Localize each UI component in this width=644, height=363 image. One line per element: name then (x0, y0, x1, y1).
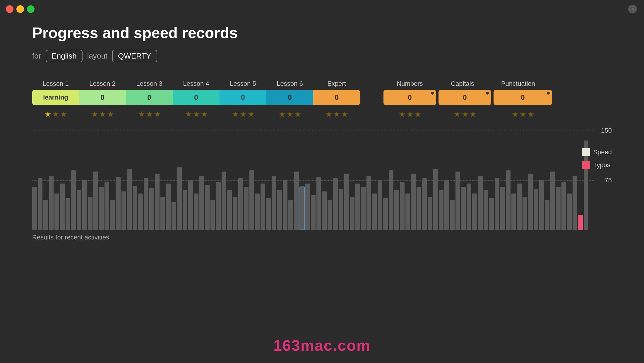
chart-bar-70[interactable] (422, 178, 427, 230)
chart-bar-2[interactable] (43, 200, 48, 230)
chart-bar-93[interactable] (550, 172, 555, 230)
layout-badge[interactable]: QWERTY (112, 50, 157, 62)
capitals-bar[interactable]: 0 (439, 90, 491, 105)
close-traffic-light[interactable] (6, 5, 13, 13)
chart-bar-78[interactable] (467, 184, 471, 230)
chart-bar-0[interactable] (32, 187, 37, 230)
chart-bar-10[interactable] (88, 197, 93, 230)
chart-bar-17[interactable] (127, 169, 132, 230)
chart-bar-81[interactable] (484, 190, 488, 230)
chart-bar-32[interactable] (210, 200, 215, 230)
chart-bar-43[interactable] (272, 176, 276, 230)
expert-bar[interactable]: 0 (313, 90, 360, 105)
chart-bar-63[interactable] (383, 198, 388, 230)
fullscreen-traffic-light[interactable] (27, 5, 35, 13)
chart-bar-64[interactable] (389, 170, 393, 230)
chart-bar-31[interactable] (205, 185, 210, 230)
chart-bar-60[interactable] (366, 176, 371, 230)
chart-bar-96[interactable] (567, 194, 572, 230)
chart-bar-9[interactable] (82, 180, 87, 230)
numbers-bar[interactable]: 0 (383, 90, 436, 105)
chart-bar-75[interactable] (450, 200, 455, 230)
lesson4-bar[interactable]: 0 (173, 90, 220, 105)
chart-bar-28[interactable] (188, 180, 193, 230)
chart-bar-7[interactable] (71, 170, 76, 230)
chart-bar-59[interactable] (361, 187, 366, 230)
chart-bar-42[interactable] (266, 198, 271, 230)
chart-bar-8[interactable] (77, 190, 81, 230)
chart-bar-18[interactable] (133, 186, 137, 230)
chart-bar-69[interactable] (417, 187, 421, 230)
chart-bar-30[interactable] (199, 176, 204, 230)
chart-bar-72[interactable] (433, 169, 438, 230)
chart-bar-22[interactable] (155, 174, 160, 230)
window-close-button[interactable]: × (628, 5, 637, 13)
chart-bar-62[interactable] (378, 180, 382, 230)
chart-bar-47[interactable] (294, 172, 299, 230)
chart-bar-91[interactable] (539, 180, 544, 230)
chart-bar-84[interactable] (500, 187, 505, 230)
chart-bar-41[interactable] (261, 184, 265, 230)
chart-bar-49[interactable] (305, 184, 310, 230)
chart-bar-65[interactable] (394, 190, 399, 230)
chart-bar-90[interactable] (534, 189, 538, 230)
chart-bar-54[interactable] (333, 178, 338, 230)
chart-bar-13[interactable] (105, 182, 109, 230)
chart-bar-50[interactable] (311, 195, 316, 230)
chart-bar-11[interactable] (93, 172, 98, 230)
chart-bar-24[interactable] (166, 184, 171, 230)
chart-bar-12[interactable] (99, 187, 104, 230)
chart-bar-48[interactable] (300, 187, 304, 230)
chart-bar-4[interactable] (54, 194, 59, 230)
language-badge[interactable]: English (46, 50, 82, 62)
chart-bar-20[interactable] (144, 178, 148, 230)
chart-bar-61[interactable] (372, 194, 377, 230)
chart-bar-92[interactable] (545, 200, 549, 230)
chart-bar-79[interactable] (472, 194, 477, 230)
chart-bar-16[interactable] (121, 191, 126, 230)
chart-bar-56[interactable] (344, 174, 349, 230)
lesson5-bar[interactable]: 0 (220, 90, 266, 105)
chart-bar-37[interactable] (238, 178, 243, 230)
chart-bar-26[interactable] (177, 167, 182, 230)
chart-bar-94[interactable] (556, 187, 561, 230)
chart-bar-25[interactable] (172, 202, 176, 230)
chart-bar-6[interactable] (66, 198, 70, 230)
chart-bar-29[interactable] (194, 194, 198, 230)
chart-bar-68[interactable] (411, 174, 416, 230)
lesson2-bar[interactable]: 0 (79, 90, 126, 105)
chart-bar-40[interactable] (255, 194, 260, 230)
chart-bar-35[interactable] (227, 190, 232, 230)
chart-bar-71[interactable] (428, 197, 432, 230)
chart-bar-45[interactable] (283, 180, 287, 230)
lesson6-bar[interactable]: 0 (266, 90, 313, 105)
chart-bar-98[interactable] (578, 215, 583, 230)
chart-bar-44[interactable] (277, 190, 282, 230)
chart-bar-14[interactable] (110, 200, 115, 230)
chart-bar-95[interactable] (561, 182, 566, 230)
chart-bar-19[interactable] (138, 194, 143, 230)
chart-bar-39[interactable] (249, 170, 254, 230)
chart-bar-97[interactable] (573, 176, 577, 230)
chart-bar-5[interactable] (60, 184, 65, 230)
chart-bar-21[interactable] (149, 188, 154, 230)
chart-bar-33[interactable] (216, 182, 221, 230)
chart-bar-34[interactable] (222, 172, 226, 230)
chart-bar-1[interactable] (38, 178, 42, 230)
chart-bar-53[interactable] (328, 200, 332, 230)
punctuation-bar[interactable]: 0 (494, 90, 552, 105)
chart-bar-66[interactable] (400, 182, 405, 230)
chart-bar-80[interactable] (478, 176, 483, 230)
chart-bar-82[interactable] (489, 198, 494, 230)
chart-bar-23[interactable] (160, 197, 165, 230)
chart-bar-73[interactable] (439, 190, 443, 230)
chart-bar-38[interactable] (244, 187, 249, 230)
chart-bar-87[interactable] (517, 184, 522, 230)
chart-bar-55[interactable] (339, 189, 343, 230)
chart-bar-85[interactable] (506, 170, 511, 230)
chart-bar-3[interactable] (49, 176, 54, 230)
chart-bar-36[interactable] (233, 197, 237, 230)
chart-bar-52[interactable] (322, 191, 327, 230)
chart-bar-74[interactable] (444, 180, 449, 230)
chart-bar-58[interactable] (355, 184, 360, 230)
